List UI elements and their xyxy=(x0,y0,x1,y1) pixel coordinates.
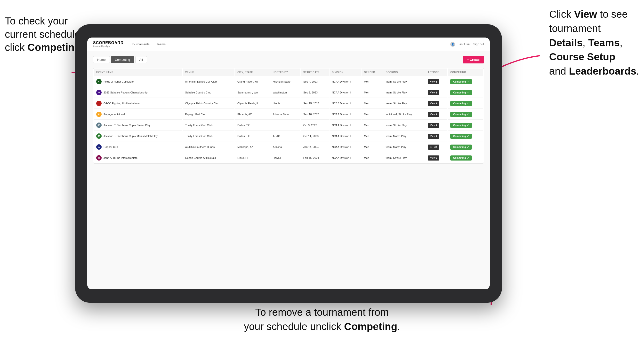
competing-cell[interactable]: Competing xyxy=(448,87,483,98)
col-city-state: City, State xyxy=(235,68,270,76)
competing-button[interactable]: Competing xyxy=(450,145,472,150)
actions-cell[interactable]: View ℹ xyxy=(425,120,447,131)
division-cell: NCAA Division I xyxy=(330,153,361,163)
col-gender: Gender xyxy=(362,68,383,76)
tab-home[interactable]: Home xyxy=(93,56,110,63)
annotation-top-right: Click View to see tournament Details, Te… xyxy=(549,7,639,78)
gender-cell: Men xyxy=(362,131,383,141)
team-logo: F xyxy=(96,79,102,84)
filter-tabs: Home Competing All xyxy=(93,56,147,63)
create-button[interactable]: + Create xyxy=(463,56,484,63)
division-cell: NCAA Division I xyxy=(330,120,361,131)
venue-cell: Papago Golf Club xyxy=(183,109,234,120)
venue-cell: American Dunes Golf Club xyxy=(183,76,234,87)
edit-button[interactable]: ✏ Edit xyxy=(428,145,439,150)
actions-cell[interactable]: View ℹ xyxy=(425,153,447,163)
event-name-cell: JS Jackson T. Stephens Cup – Men's Match… xyxy=(94,131,182,141)
competing-cell[interactable]: Competing xyxy=(448,153,483,163)
team-logo: H xyxy=(96,155,102,161)
city-state-cell: Maricopa, AZ xyxy=(235,142,270,152)
nav-teams[interactable]: Teams xyxy=(156,41,166,47)
competing-button[interactable]: Competing xyxy=(450,112,472,117)
competing-cell[interactable]: Competing xyxy=(448,131,483,141)
start-date-cell: Oct 9, 2023 xyxy=(301,120,329,131)
actions-cell[interactable]: View ℹ xyxy=(425,98,447,109)
event-name-cell: W 2023 Sahalee Players Championship xyxy=(94,87,182,98)
view-button[interactable]: View ℹ xyxy=(428,79,439,84)
gender-cell: Men xyxy=(362,98,383,109)
filter-row: Home Competing All + Create xyxy=(93,56,484,63)
venue-cell: Sahalee Country Club xyxy=(183,87,234,98)
tablet-screen: SCOREBOARD Powered by clippi Tournaments… xyxy=(87,37,490,289)
venue-cell: Ak-Chin Southern Dunes xyxy=(183,142,234,152)
scoreboard-logo: SCOREBOARD Powered by clippi xyxy=(93,41,124,47)
col-competing: Competing xyxy=(448,68,483,76)
view-button[interactable]: View ℹ xyxy=(428,101,439,106)
team-logo: P xyxy=(96,112,102,117)
event-name-text: Folds of Honor Collegiate xyxy=(104,80,134,83)
competing-button[interactable]: Competing xyxy=(450,134,472,139)
division-cell: NCAA Division I xyxy=(330,76,361,87)
scoring-cell: team, Stroke Play xyxy=(383,120,425,131)
competing-cell[interactable]: Competing xyxy=(448,76,483,87)
city-state-cell: Sammamish, WA xyxy=(235,87,270,98)
gender-cell: Men xyxy=(362,120,383,131)
competing-button[interactable]: Competing xyxy=(450,79,472,84)
view-button[interactable]: View ℹ xyxy=(428,134,439,139)
nav-tournaments[interactable]: Tournaments xyxy=(132,41,150,47)
actions-cell[interactable]: View ℹ xyxy=(425,76,447,87)
col-venue: Venue xyxy=(183,68,234,76)
user-icon: 👤 xyxy=(450,42,455,47)
annotation-competing-bold: Competing xyxy=(28,42,80,53)
actions-cell[interactable]: View ℹ xyxy=(425,109,447,120)
gender-cell: Men xyxy=(362,142,383,152)
actions-cell[interactable]: ✏ Edit xyxy=(425,142,447,152)
city-state-cell: Dallas, TX xyxy=(235,131,270,141)
competing-cell[interactable]: Competing xyxy=(448,98,483,109)
gender-cell: Men xyxy=(362,76,383,87)
scoring-cell: team, Stroke Play xyxy=(383,153,425,163)
table-row: JS Jackson T. Stephens Cup – Men's Match… xyxy=(94,131,483,141)
hosted-by-cell: Michigan State xyxy=(270,76,300,87)
event-name-text: Papago Individual xyxy=(104,113,125,116)
col-scoring: Scoring xyxy=(383,68,425,76)
competing-cell[interactable]: Competing xyxy=(448,120,483,131)
view-button[interactable]: View ℹ xyxy=(428,156,439,161)
gender-cell: Men xyxy=(362,109,383,120)
table-row: W 2023 Sahalee Players Championship Saha… xyxy=(94,87,483,98)
event-name-text: Copper Cup xyxy=(104,146,118,149)
view-button[interactable]: View ℹ xyxy=(428,112,439,117)
venue-cell: Trinity Forest Golf Club xyxy=(183,131,234,141)
actions-cell[interactable]: View ℹ xyxy=(425,131,447,141)
city-state-cell: Grand Haven, MI xyxy=(235,76,270,87)
actions-cell[interactable]: View ℹ xyxy=(425,87,447,98)
view-button[interactable]: View ℹ xyxy=(428,90,439,95)
view-button[interactable]: View ℹ xyxy=(428,123,439,128)
competing-button[interactable]: Competing xyxy=(450,101,472,106)
tab-competing[interactable]: Competing xyxy=(111,56,134,63)
table-row: P Papago Individual Papago Golf ClubPhoe… xyxy=(94,109,483,120)
col-event-name: Event Name xyxy=(94,68,182,76)
event-name-text: OFCC Fighting Illini Invitational xyxy=(104,102,140,105)
sign-out-link[interactable]: Sign out xyxy=(473,43,484,46)
competing-cell[interactable]: Competing xyxy=(448,109,483,120)
start-date-cell: Sep 15, 2023 xyxy=(301,98,329,109)
tab-all[interactable]: All xyxy=(135,56,147,63)
table-row: A Copper Cup Ak-Chin Southern DunesMaric… xyxy=(94,142,483,152)
competing-cell[interactable]: Competing xyxy=(448,142,483,152)
user-name: Test User xyxy=(458,43,470,46)
logo-subtitle: Powered by clippi xyxy=(93,45,124,47)
col-hosted-by: Hosted By xyxy=(270,68,300,76)
competing-button[interactable]: Competing xyxy=(450,156,472,161)
event-name-cell: A Copper Cup xyxy=(94,142,182,152)
scoring-cell: team, Stroke Play xyxy=(383,87,425,98)
competing-button[interactable]: Competing xyxy=(450,90,472,95)
col-division: Division xyxy=(330,68,361,76)
team-logo: JS xyxy=(96,133,102,139)
hosted-by-cell xyxy=(270,120,300,131)
competing-button[interactable]: Competing xyxy=(450,123,472,128)
content-area: Home Competing All + Create Event Name V… xyxy=(87,51,490,289)
logo-title: SCOREBOARD xyxy=(93,41,124,45)
gender-cell: Men xyxy=(362,153,383,163)
start-date-cell: Jan 14, 2024 xyxy=(301,142,329,152)
